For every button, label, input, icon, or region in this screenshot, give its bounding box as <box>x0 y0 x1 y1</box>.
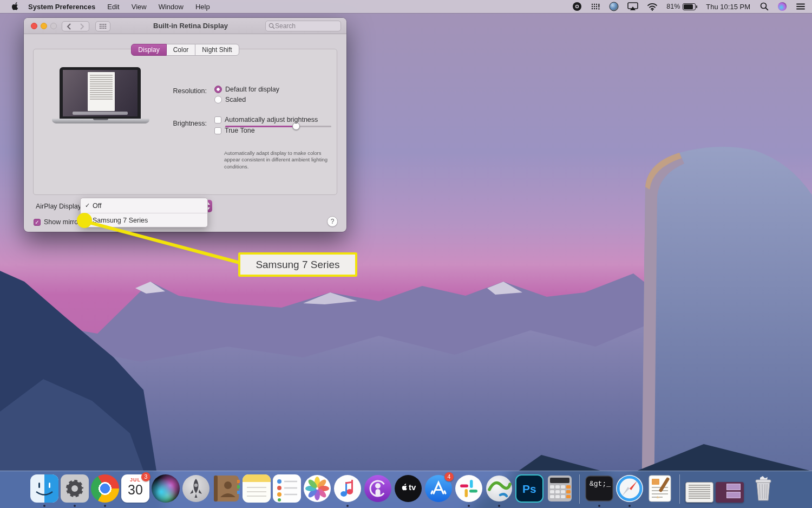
globe-status-icon[interactable] <box>609 2 619 11</box>
resolution-default-option[interactable]: Default for display <box>214 86 279 93</box>
photoshop-icon: Ps <box>515 474 543 503</box>
search-field[interactable] <box>265 21 341 31</box>
dock-textedit[interactable] <box>646 474 674 507</box>
dock-trash[interactable] <box>749 474 777 507</box>
dock-system-preferences[interactable] <box>61 474 89 507</box>
dock-minimized-window[interactable] <box>716 474 744 507</box>
backup-dots-icon[interactable] <box>591 2 600 11</box>
window-title: Built-in Retina Display <box>121 22 260 30</box>
wifi-icon[interactable] <box>647 3 658 11</box>
slack-icon <box>455 474 483 503</box>
checkbox-unchecked-icon[interactable] <box>214 116 221 123</box>
menubar-clock[interactable]: Thu 10:15 PM <box>706 3 750 11</box>
minimized-window-thumbnail <box>685 482 713 503</box>
dock-launchpad[interactable] <box>182 474 210 507</box>
dock-photoshop[interactable]: Ps <box>515 474 543 507</box>
dock-anyconnect[interactable] <box>485 474 513 507</box>
auto-brightness-checkbox[interactable]: Automatically adjust brightness <box>214 116 318 123</box>
dock-podcasts[interactable] <box>364 474 392 507</box>
back-button[interactable] <box>62 21 76 31</box>
slider-knob[interactable] <box>292 122 300 130</box>
tab-bar: Display Color Night Shift <box>24 44 346 56</box>
menu-window[interactable]: Window <box>159 3 184 11</box>
battery-indicator[interactable]: 81% <box>666 3 697 10</box>
show-all-grid-icon[interactable] <box>95 21 110 31</box>
dock-terminal[interactable]: &gt;_ <box>585 474 613 507</box>
close-button[interactable] <box>31 23 37 29</box>
menu-view[interactable]: View <box>132 3 147 11</box>
settings-gear-icon <box>61 474 89 503</box>
svg-text:&gt;_: &gt;_ <box>590 480 611 488</box>
show-mirroring-checkbox[interactable]: ✓ Show mirror <box>34 218 80 226</box>
launchpad-rocket-icon <box>182 474 210 503</box>
apple-tv-icon: tv <box>394 474 422 503</box>
dock-minimized-document[interactable] <box>685 474 713 507</box>
dock-photos[interactable] <box>303 474 331 507</box>
spotlight-icon[interactable] <box>760 2 769 11</box>
menu-help[interactable]: Help <box>195 3 210 11</box>
running-indicator <box>104 505 106 507</box>
tab-color[interactable]: Color <box>167 44 195 56</box>
running-indicator <box>628 505 631 507</box>
menu-edit[interactable]: Edit <box>107 3 119 11</box>
svg-text:tv: tv <box>409 483 416 492</box>
svg-text:Ps: Ps <box>522 483 536 495</box>
dock-reminders[interactable] <box>273 474 301 507</box>
contacts-icon <box>212 474 240 503</box>
safari-icon <box>615 474 644 503</box>
dock-calculator[interactable] <box>546 474 574 507</box>
siri-icon[interactable] <box>777 2 787 11</box>
app-store-badge: 4 <box>444 472 454 481</box>
music-note-icon <box>333 474 362 503</box>
macbook-display-preview <box>52 67 149 128</box>
popup-item-samsung-label: Samsung 7 Series <box>93 217 148 224</box>
checkbox-unchecked-icon[interactable] <box>214 127 221 134</box>
dock-app-store[interactable]: 4 <box>424 474 453 507</box>
dock-music[interactable] <box>333 474 362 507</box>
true-tone-checkbox[interactable]: True Tone <box>214 127 255 134</box>
airplay-mirroring-icon[interactable] <box>627 2 638 11</box>
battery-icon <box>683 3 697 10</box>
dock-contacts[interactable] <box>212 474 240 507</box>
checkbox-checked-icon[interactable]: ✓ <box>34 219 41 226</box>
dock-finder[interactable] <box>30 474 58 507</box>
minimize-button[interactable] <box>41 23 47 29</box>
dock-notes[interactable] <box>243 474 271 507</box>
resolution-scaled-option[interactable]: Scaled <box>214 96 246 103</box>
tab-display[interactable]: Display <box>131 44 166 56</box>
dock-chrome[interactable] <box>91 474 119 507</box>
popup-item-off[interactable]: ✓ Off <box>81 198 207 213</box>
search-input[interactable] <box>275 22 335 30</box>
dock-divider <box>679 474 680 504</box>
creative-cloud-icon[interactable] <box>572 2 582 11</box>
radio-unselected-icon[interactable] <box>214 96 222 103</box>
tab-night-shift[interactable]: Night Shift <box>195 44 239 56</box>
dock-calendar[interactable]: JUL 30 3 <box>121 474 149 507</box>
menubar-app-name[interactable]: System Preferences <box>28 3 95 11</box>
calendar-day: 30 <box>121 483 149 497</box>
airplay-display-label: AirPlay Display <box>36 203 81 210</box>
dock-slack[interactable] <box>455 474 483 507</box>
show-mirroring-label: Show mirror <box>44 218 80 226</box>
dock-safari[interactable] <box>615 474 644 507</box>
popup-item-samsung[interactable]: Samsung 7 Series <box>81 213 207 227</box>
system-preferences-window: Built-in Retina Display Display Color Ni… <box>24 18 346 232</box>
help-button[interactable]: ? <box>327 216 338 227</box>
dock-apple-tv[interactable]: tv <box>394 474 422 507</box>
calculator-icon <box>546 474 574 503</box>
forward-button[interactable] <box>75 21 89 31</box>
battery-percent: 81% <box>666 3 680 10</box>
notes-icon <box>243 474 271 503</box>
resolution-label: Resolution: <box>158 87 207 95</box>
radio-selected-icon[interactable] <box>214 86 222 93</box>
trash-icon <box>749 474 777 503</box>
dock-siri[interactable] <box>152 474 180 507</box>
apple-menu-icon[interactable] <box>11 2 18 11</box>
title-bar[interactable]: Built-in Retina Display <box>24 18 346 34</box>
resolution-default-label: Default for display <box>225 86 279 93</box>
notification-center-icon[interactable] <box>796 3 806 10</box>
running-indicator <box>346 505 349 507</box>
minimized-window-thumbnail <box>716 482 744 503</box>
menu-bar: System Preferences Edit View Window Help… <box>0 0 812 13</box>
siri-app-icon <box>152 474 180 503</box>
